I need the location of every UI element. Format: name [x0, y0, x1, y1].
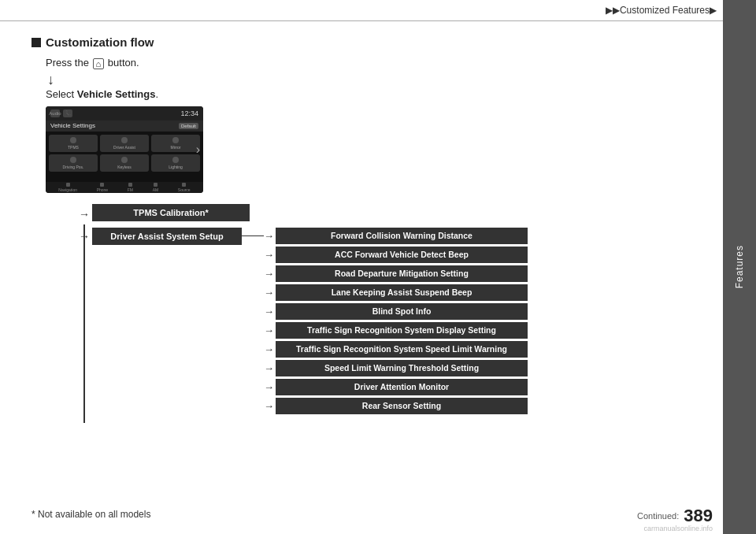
- press-button-line: Press the ⌂ button.: [46, 57, 709, 69]
- screen-cell-5: Keyless: [100, 154, 149, 172]
- screen-cell-1: TPMS: [49, 135, 98, 152]
- tpms-arrow: →: [79, 208, 90, 221]
- right-box-5: Blind Spot Info: [276, 303, 528, 320]
- screen-source: Source: [178, 183, 191, 192]
- right-column: → Forward Collision Warning Distance → A…: [264, 228, 528, 417]
- screen-cell-3: Mirror: [151, 135, 200, 152]
- right-row-4: → Lane Keeping Assist Suspend Beep: [264, 284, 528, 301]
- right-row-1: → Forward Collision Warning Distance: [264, 228, 528, 244]
- continued-text: Continued:: [637, 511, 679, 521]
- right-row-5: → Blind Spot Info: [264, 303, 528, 320]
- right-box-9: Driver Attention Monitor: [276, 379, 528, 395]
- right-arrow-3: →: [264, 268, 274, 280]
- top-header: ▶▶Customized Features▶: [0, 0, 756, 21]
- right-box-7: Traffic Sign Recognition System Speed Li…: [276, 341, 528, 358]
- main-content: Customization flow Press the ⌂ button. ↓…: [0, 21, 756, 440]
- screen-audio-btn: Audio: [50, 109, 60, 117]
- right-arrow-2: →: [264, 249, 274, 261]
- home-icon: ⌂: [93, 58, 105, 69]
- watermark: carmanualsonline.info: [643, 525, 713, 532]
- tpms-row: → TPMS Calibration*: [79, 204, 709, 224]
- page-number-area: Continued: 389: [637, 506, 713, 526]
- heading-text: Customization flow: [46, 35, 154, 49]
- flow-diagram: → TPMS Calibration* → Driver Assist Syst…: [79, 204, 709, 426]
- right-arrow-5: →: [264, 306, 274, 317]
- right-row-3: → Road Departure Mitigation Setting: [264, 265, 528, 282]
- screen-top-bar: Audio 📞 12:34: [46, 106, 203, 121]
- screen-phone-btn: 📞: [63, 109, 72, 117]
- screen-time: 12:34: [180, 109, 198, 117]
- driver-assist-box: Driver Assist System Setup: [92, 228, 242, 245]
- right-arrow-8: →: [264, 362, 274, 374]
- driver-assist-row: → Driver Assist System Setup: [79, 228, 242, 245]
- right-box-4: Lane Keeping Assist Suspend Beep: [276, 284, 528, 301]
- right-row-10: → Rear Sensor Setting: [264, 398, 528, 414]
- screen-info: FM: [128, 183, 133, 192]
- screen-nav: Navigation: [58, 183, 77, 192]
- breadcrumb: ▶▶Customized Features▶: [606, 5, 717, 16]
- h-connector: [242, 235, 264, 237]
- select-text-bold: Vehicle Settings: [77, 88, 156, 100]
- select-text-after: .: [155, 88, 158, 100]
- screen-mockup: Audio 📞 12:34 Vehicle Settings Default T…: [46, 106, 203, 193]
- right-row-8: → Speed Limit Warning Threshold Setting: [264, 360, 528, 376]
- footnote: * Not available on all models: [32, 509, 150, 520]
- right-arrow-4: →: [264, 287, 274, 299]
- vertical-line: [83, 224, 85, 423]
- screen-title-bar: Vehicle Settings Default: [46, 121, 203, 132]
- right-arrow-7: →: [264, 343, 274, 355]
- down-arrow-1: ↓: [47, 72, 709, 87]
- right-box-1: Forward Collision Warning Distance: [276, 228, 528, 244]
- screen-top-left: Audio 📞: [50, 109, 72, 117]
- right-box-8: Speed Limit Warning Threshold Setting: [276, 360, 528, 376]
- right-row-2: → ACC Forward Vehicle Detect Beep: [264, 247, 528, 263]
- bullet-square: [32, 38, 41, 47]
- right-arrow-1: →: [264, 230, 274, 242]
- right-box-6: Traffic Sign Recognition System Display …: [276, 322, 528, 339]
- select-line: Select Vehicle Settings.: [46, 88, 709, 100]
- right-arrow-10: →: [264, 400, 274, 412]
- right-arrow-9: →: [264, 381, 274, 393]
- screen-cell-2: Driver Assist: [100, 135, 149, 152]
- right-row-6: → Traffic Sign Recognition System Displa…: [264, 322, 528, 339]
- press-text-before: Press the: [46, 57, 89, 69]
- screen-detail-btn: Default: [179, 123, 198, 129]
- screen-cell-6: Lighting: [151, 154, 200, 172]
- page-number: 389: [684, 506, 713, 526]
- section-heading: Customization flow: [32, 35, 709, 49]
- right-box-2: ACC Forward Vehicle Detect Beep: [276, 247, 528, 263]
- right-arrow-6: →: [264, 324, 274, 336]
- right-row-7: → Traffic Sign Recognition System Speed …: [264, 341, 528, 358]
- right-row-9: → Driver Attention Monitor: [264, 379, 528, 395]
- screen-cell-4: Driving Pos.: [49, 154, 98, 172]
- screen-bottom-bar: Navigation Phone FM AM Source: [46, 182, 203, 193]
- screen-grid: TPMS Driver Assist Mirror Driving Pos. K…: [46, 132, 203, 175]
- screen-title: Vehicle Settings: [50, 122, 95, 129]
- left-section: → Driver Assist System Setup: [79, 228, 242, 426]
- driver-assist-section: → Driver Assist System Setup → Forward C…: [79, 228, 709, 426]
- screen-am: AM: [153, 183, 159, 192]
- press-text-after: button.: [108, 57, 139, 69]
- tpms-box: TPMS Calibration*: [92, 204, 250, 221]
- select-text-before: Select: [46, 88, 74, 100]
- right-box-3: Road Departure Mitigation Setting: [276, 265, 528, 282]
- right-box-10: Rear Sensor Setting: [276, 398, 528, 414]
- screen-right-arrow: ›: [196, 143, 200, 157]
- screen-phone: Phone: [97, 183, 108, 192]
